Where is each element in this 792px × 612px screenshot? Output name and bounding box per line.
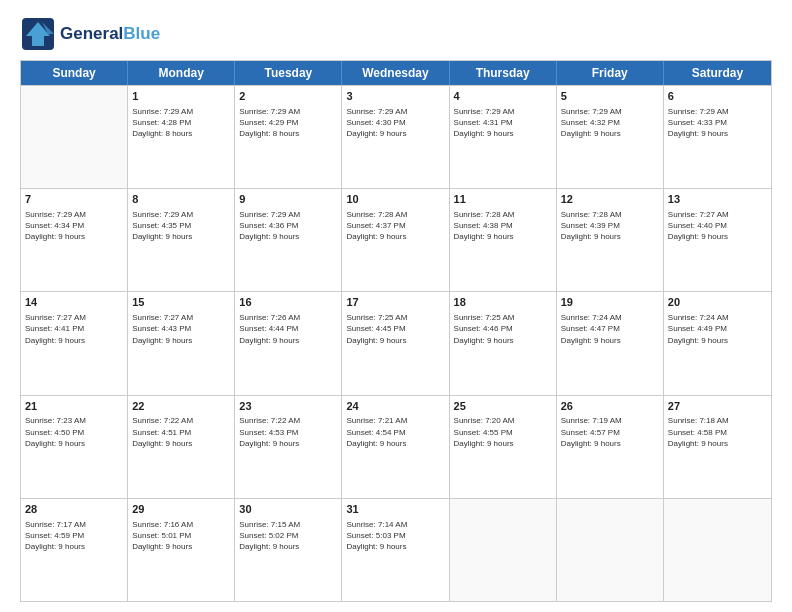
day-number: 22 — [132, 399, 230, 414]
day-cell-10: 10Sunrise: 7:28 AMSunset: 4:37 PMDayligh… — [342, 189, 449, 291]
day-number: 11 — [454, 192, 552, 207]
day-info: Sunrise: 7:17 AMSunset: 4:59 PMDaylight:… — [25, 519, 123, 553]
day-number: 2 — [239, 89, 337, 104]
day-number: 18 — [454, 295, 552, 310]
logo: GeneralBlue — [20, 16, 160, 52]
day-cell-2: 2Sunrise: 7:29 AMSunset: 4:29 PMDaylight… — [235, 86, 342, 188]
day-cell-15: 15Sunrise: 7:27 AMSunset: 4:43 PMDayligh… — [128, 292, 235, 394]
day-number: 17 — [346, 295, 444, 310]
day-cell-7: 7Sunrise: 7:29 AMSunset: 4:34 PMDaylight… — [21, 189, 128, 291]
day-cell-31: 31Sunrise: 7:14 AMSunset: 5:03 PMDayligh… — [342, 499, 449, 601]
logo-icon — [20, 16, 56, 52]
day-number: 6 — [668, 89, 767, 104]
day-cell-3: 3Sunrise: 7:29 AMSunset: 4:30 PMDaylight… — [342, 86, 449, 188]
day-number: 26 — [561, 399, 659, 414]
day-info: Sunrise: 7:18 AMSunset: 4:58 PMDaylight:… — [668, 415, 767, 449]
day-number: 16 — [239, 295, 337, 310]
day-number: 27 — [668, 399, 767, 414]
day-number: 23 — [239, 399, 337, 414]
day-cell-14: 14Sunrise: 7:27 AMSunset: 4:41 PMDayligh… — [21, 292, 128, 394]
day-cell-24: 24Sunrise: 7:21 AMSunset: 4:54 PMDayligh… — [342, 396, 449, 498]
day-cell-12: 12Sunrise: 7:28 AMSunset: 4:39 PMDayligh… — [557, 189, 664, 291]
day-cell-26: 26Sunrise: 7:19 AMSunset: 4:57 PMDayligh… — [557, 396, 664, 498]
day-cell-16: 16Sunrise: 7:26 AMSunset: 4:44 PMDayligh… — [235, 292, 342, 394]
day-info: Sunrise: 7:23 AMSunset: 4:50 PMDaylight:… — [25, 415, 123, 449]
day-info: Sunrise: 7:29 AMSunset: 4:29 PMDaylight:… — [239, 106, 337, 140]
day-cell-23: 23Sunrise: 7:22 AMSunset: 4:53 PMDayligh… — [235, 396, 342, 498]
calendar-row-1: 1Sunrise: 7:29 AMSunset: 4:28 PMDaylight… — [21, 85, 771, 188]
day-info: Sunrise: 7:29 AMSunset: 4:35 PMDaylight:… — [132, 209, 230, 243]
day-cell-19: 19Sunrise: 7:24 AMSunset: 4:47 PMDayligh… — [557, 292, 664, 394]
day-info: Sunrise: 7:25 AMSunset: 4:46 PMDaylight:… — [454, 312, 552, 346]
day-number: 20 — [668, 295, 767, 310]
day-info: Sunrise: 7:25 AMSunset: 4:45 PMDaylight:… — [346, 312, 444, 346]
day-cell-21: 21Sunrise: 7:23 AMSunset: 4:50 PMDayligh… — [21, 396, 128, 498]
day-cell-30: 30Sunrise: 7:15 AMSunset: 5:02 PMDayligh… — [235, 499, 342, 601]
day-number: 15 — [132, 295, 230, 310]
day-number: 21 — [25, 399, 123, 414]
day-number: 7 — [25, 192, 123, 207]
logo-text-block: GeneralBlue — [60, 25, 160, 44]
weekday-header-thursday: Thursday — [450, 61, 557, 85]
day-number: 13 — [668, 192, 767, 207]
logo-line1: GeneralBlue — [60, 25, 160, 44]
day-cell-11: 11Sunrise: 7:28 AMSunset: 4:38 PMDayligh… — [450, 189, 557, 291]
day-cell-17: 17Sunrise: 7:25 AMSunset: 4:45 PMDayligh… — [342, 292, 449, 394]
day-number: 5 — [561, 89, 659, 104]
day-info: Sunrise: 7:27 AMSunset: 4:41 PMDaylight:… — [25, 312, 123, 346]
day-number: 30 — [239, 502, 337, 517]
day-info: Sunrise: 7:22 AMSunset: 4:53 PMDaylight:… — [239, 415, 337, 449]
day-info: Sunrise: 7:22 AMSunset: 4:51 PMDaylight:… — [132, 415, 230, 449]
day-number: 3 — [346, 89, 444, 104]
day-info: Sunrise: 7:16 AMSunset: 5:01 PMDaylight:… — [132, 519, 230, 553]
day-cell-18: 18Sunrise: 7:25 AMSunset: 4:46 PMDayligh… — [450, 292, 557, 394]
day-info: Sunrise: 7:29 AMSunset: 4:36 PMDaylight:… — [239, 209, 337, 243]
day-number: 25 — [454, 399, 552, 414]
day-number: 29 — [132, 502, 230, 517]
empty-cell — [450, 499, 557, 601]
weekday-header-sunday: Sunday — [21, 61, 128, 85]
weekday-header-monday: Monday — [128, 61, 235, 85]
weekday-header-tuesday: Tuesday — [235, 61, 342, 85]
day-info: Sunrise: 7:29 AMSunset: 4:33 PMDaylight:… — [668, 106, 767, 140]
day-cell-5: 5Sunrise: 7:29 AMSunset: 4:32 PMDaylight… — [557, 86, 664, 188]
day-cell-9: 9Sunrise: 7:29 AMSunset: 4:36 PMDaylight… — [235, 189, 342, 291]
day-cell-13: 13Sunrise: 7:27 AMSunset: 4:40 PMDayligh… — [664, 189, 771, 291]
day-cell-27: 27Sunrise: 7:18 AMSunset: 4:58 PMDayligh… — [664, 396, 771, 498]
day-info: Sunrise: 7:28 AMSunset: 4:38 PMDaylight:… — [454, 209, 552, 243]
day-info: Sunrise: 7:29 AMSunset: 4:34 PMDaylight:… — [25, 209, 123, 243]
day-cell-25: 25Sunrise: 7:20 AMSunset: 4:55 PMDayligh… — [450, 396, 557, 498]
day-info: Sunrise: 7:27 AMSunset: 4:43 PMDaylight:… — [132, 312, 230, 346]
day-info: Sunrise: 7:29 AMSunset: 4:28 PMDaylight:… — [132, 106, 230, 140]
day-cell-29: 29Sunrise: 7:16 AMSunset: 5:01 PMDayligh… — [128, 499, 235, 601]
page: GeneralBlue SundayMondayTuesdayWednesday… — [0, 0, 792, 612]
calendar: SundayMondayTuesdayWednesdayThursdayFrid… — [20, 60, 772, 602]
day-info: Sunrise: 7:27 AMSunset: 4:40 PMDaylight:… — [668, 209, 767, 243]
day-info: Sunrise: 7:28 AMSunset: 4:39 PMDaylight:… — [561, 209, 659, 243]
empty-cell — [664, 499, 771, 601]
calendar-body: 1Sunrise: 7:29 AMSunset: 4:28 PMDaylight… — [21, 85, 771, 601]
day-number: 31 — [346, 502, 444, 517]
day-info: Sunrise: 7:14 AMSunset: 5:03 PMDaylight:… — [346, 519, 444, 553]
day-number: 8 — [132, 192, 230, 207]
empty-cell — [557, 499, 664, 601]
day-info: Sunrise: 7:29 AMSunset: 4:31 PMDaylight:… — [454, 106, 552, 140]
calendar-row-4: 21Sunrise: 7:23 AMSunset: 4:50 PMDayligh… — [21, 395, 771, 498]
day-number: 28 — [25, 502, 123, 517]
empty-cell — [21, 86, 128, 188]
day-number: 1 — [132, 89, 230, 104]
day-cell-20: 20Sunrise: 7:24 AMSunset: 4:49 PMDayligh… — [664, 292, 771, 394]
day-info: Sunrise: 7:20 AMSunset: 4:55 PMDaylight:… — [454, 415, 552, 449]
day-info: Sunrise: 7:29 AMSunset: 4:30 PMDaylight:… — [346, 106, 444, 140]
day-number: 12 — [561, 192, 659, 207]
day-number: 24 — [346, 399, 444, 414]
day-number: 10 — [346, 192, 444, 207]
day-info: Sunrise: 7:24 AMSunset: 4:47 PMDaylight:… — [561, 312, 659, 346]
calendar-row-3: 14Sunrise: 7:27 AMSunset: 4:41 PMDayligh… — [21, 291, 771, 394]
header: GeneralBlue — [20, 16, 772, 52]
day-number: 4 — [454, 89, 552, 104]
day-cell-6: 6Sunrise: 7:29 AMSunset: 4:33 PMDaylight… — [664, 86, 771, 188]
calendar-row-5: 28Sunrise: 7:17 AMSunset: 4:59 PMDayligh… — [21, 498, 771, 601]
day-info: Sunrise: 7:26 AMSunset: 4:44 PMDaylight:… — [239, 312, 337, 346]
day-number: 14 — [25, 295, 123, 310]
